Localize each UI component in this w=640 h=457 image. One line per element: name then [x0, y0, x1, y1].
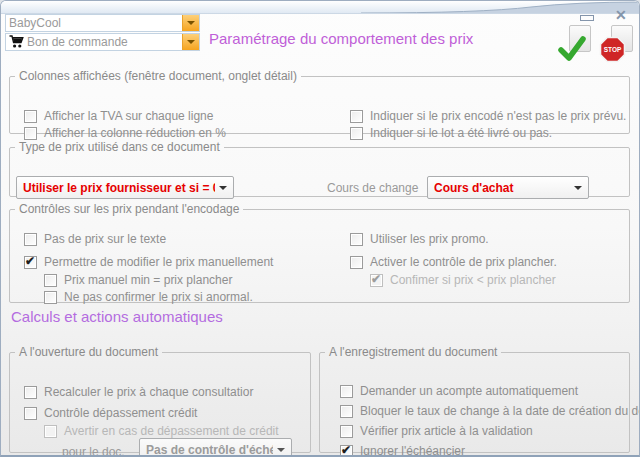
checkbox-controle-depassement-credit[interactable]: ✔ Contrôle dépassement crédit [24, 406, 197, 420]
exchange-rate-label: Cours de change [327, 181, 418, 195]
checkbox-label: Indiquer si le prix encodé n'est pas le … [370, 109, 626, 123]
checkbox-pas-de-prix-texte[interactable]: ✔ Pas de prix sur le texte [24, 232, 166, 246]
checkbox-box: ✔ [370, 274, 383, 287]
doctype-select-value: Bon de commande [27, 35, 128, 49]
checkbox-demander-acompte[interactable]: ✔ Demander un acompte automatiquement [340, 384, 578, 398]
checkbox-prix-promo[interactable]: ✔ Utiliser les prix promo. [350, 232, 489, 246]
columns-group-title: Colonnes affichées (fenêtre document, on… [15, 69, 301, 83]
checkbox-label: Afficher la colonne réduction en % [44, 126, 226, 140]
stop-button[interactable]: STOP [599, 25, 635, 63]
checkbox-box[interactable]: ✔ [350, 127, 363, 140]
checkbox-label: Afficher la TVA sur chaque ligne [44, 109, 213, 123]
checkbox-box[interactable]: ✔ [350, 256, 363, 269]
price-type-select-value: Utiliser le prix fournisseur et si = 0 u… [23, 181, 215, 195]
company-select-value: BabyCool [9, 16, 61, 30]
checkbox-bloquer-taux-change[interactable]: ✔ Bloquer le taux de change à la date de… [340, 404, 640, 418]
opening-group-title: A l'ouverture du document [15, 345, 162, 359]
check-icon [557, 35, 587, 63]
close-icon: ✕ [615, 7, 627, 23]
price-type-select[interactable]: Utiliser le prix fournisseur et si = 0 u… [16, 176, 234, 199]
checkbox-label: Confimer si prix < prix plancher [390, 273, 556, 287]
checkbox-label: Demander un acompte automatiquement [360, 384, 578, 398]
checkbox-modifier-prix-manuellement[interactable]: ✔ Permettre de modifier le prix manuelle… [24, 255, 273, 269]
checkbox-label: Bloquer le taux de change à la date de c… [360, 404, 640, 418]
checkbox-label: Ne pas confirmer le prix si anormal. [64, 290, 253, 304]
checkbox-ne-pas-confirmer-prix[interactable]: ✔ Ne pas confirmer le prix si anormal. [44, 290, 253, 304]
checkbox-verifier-prix-article[interactable]: ✔ Vérifier prix article à la validation [340, 424, 533, 438]
price-type-group-title: Type de prix utilisé dans ce document [15, 140, 224, 154]
checkbox-label: Prix manuel min = prix plancher [64, 273, 232, 287]
checkbox-label: Pas de prix sur le texte [44, 232, 166, 246]
validate-button[interactable] [557, 25, 593, 63]
chevron-down-icon [277, 448, 285, 452]
checkbox-recalculer-prix[interactable]: ✔ Recalculer le prix à chaque consultati… [24, 385, 253, 399]
checkbox-box[interactable]: ✔ [340, 405, 353, 418]
checkbox-avertir-depassement[interactable]: ✔ Avertir en cas de dépassement de crédi… [44, 424, 279, 438]
controls-group: Contrôles sur les prix pendant l'encodag… [9, 202, 630, 303]
checkbox-box[interactable]: ✔ [350, 110, 363, 123]
exchange-rate-select[interactable]: Cours d'achat [427, 176, 589, 199]
checkbox-box[interactable]: ✔ [24, 256, 37, 269]
checkbox-box[interactable]: ✔ [44, 291, 57, 304]
checkbox-box[interactable]: ✔ [24, 110, 37, 123]
stop-icon: STOP [599, 36, 626, 63]
checkbox-lot-livre[interactable]: ✔ Indiquer si le lot a été livré ou pas. [350, 126, 552, 140]
checkbox-label: Utiliser les prix promo. [370, 232, 489, 246]
checkbox-box[interactable]: ✔ [340, 425, 353, 438]
checkbox-box[interactable]: ✔ [24, 233, 37, 246]
checkbox-label: Indiquer si le lot a été livré ou pas. [370, 126, 552, 140]
checkbox-prix-manuel-min[interactable]: ✔ Prix manuel min = prix plancher [44, 273, 232, 287]
chevron-down-icon [574, 186, 582, 190]
doctype-select-button[interactable] [182, 34, 199, 50]
checkbox-label: Ignorer l'échéancier [360, 444, 465, 457]
checkbox-colonne-reduction[interactable]: ✔ Afficher la colonne réduction en % [24, 126, 226, 140]
checkbox-label: Activer le contrôle de prix plancher. [370, 255, 557, 269]
checkbox-box[interactable]: ✔ [24, 407, 37, 420]
window-titlebar[interactable] [1, 1, 639, 14]
check-mark-icon: ✔ [371, 272, 381, 286]
checkbox-box[interactable]: ✔ [350, 233, 363, 246]
check-mark-icon: ✔ [341, 443, 351, 457]
checkbox-box[interactable]: ✔ [340, 445, 353, 457]
opening-group: A l'ouverture du document ✔ Recalculer l… [9, 345, 311, 453]
page-title: Paramétrage du comportement des prix [209, 30, 473, 47]
chevron-down-icon [187, 21, 195, 25]
schedule-control-select-value: Pas de contrôle d'éché [146, 443, 273, 457]
checkbox-box: ✔ [44, 425, 57, 438]
checkbox-afficher-tva[interactable]: ✔ Afficher la TVA sur chaque ligne [24, 109, 213, 123]
saving-group: A l'enregistrement du document ✔ Demande… [319, 345, 630, 453]
checkbox-label: Avertir en cas de dépassement de crédit [64, 424, 279, 438]
checkbox-label: Contrôle dépassement crédit [44, 406, 197, 420]
minimize-button[interactable] [580, 15, 594, 21]
checkbox-label: Permettre de modifier le prix manuelleme… [44, 255, 273, 269]
doctype-select[interactable]: Bon de commande [5, 33, 200, 51]
checkbox-controle-prix-plancher[interactable]: ✔ Activer le contrôle de prix plancher. [350, 255, 557, 269]
controls-group-title: Contrôles sur les prix pendant l'encodag… [15, 202, 243, 216]
schedule-control-select[interactable]: Pas de contrôle d'éché [139, 438, 292, 457]
check-mark-icon: ✔ [25, 254, 35, 268]
chevron-down-icon [187, 40, 195, 44]
checkbox-confirmer-prix-plancher[interactable]: ✔ Confimer si prix < prix plancher [370, 273, 556, 287]
checkbox-box[interactable]: ✔ [24, 127, 37, 140]
saving-group-title: A l'enregistrement du document [325, 345, 501, 359]
cart-icon [9, 35, 24, 49]
checkbox-box[interactable]: ✔ [44, 274, 57, 287]
company-select-button[interactable] [182, 15, 199, 31]
price-type-group: Type de prix utilisé dans ce document Ut… [9, 140, 630, 197]
chevron-down-icon [219, 186, 227, 190]
stop-icon-text: STOP [604, 46, 622, 53]
checkbox-box[interactable]: ✔ [24, 386, 37, 399]
price-settings-window: ✕ BabyCool Bon de commande Paramétrage d… [0, 0, 640, 457]
checkbox-label: Recalculer le prix à chaque consultatior [44, 385, 253, 399]
titlebar-swoosh [1, 1, 640, 13]
exchange-rate-select-value: Cours d'achat [434, 181, 514, 195]
company-select[interactable]: BabyCool [5, 14, 200, 32]
auto-section-title: Calculs et actions automatiques [11, 308, 223, 325]
doc-label: pour le doc. [62, 445, 125, 457]
close-button[interactable]: ✕ [615, 7, 627, 23]
checkbox-ignorer-echeancier[interactable]: ✔ Ignorer l'échéancier [340, 444, 465, 457]
checkbox-label: Vérifier prix article à la validation [360, 424, 533, 438]
checkbox-box[interactable]: ✔ [340, 385, 353, 398]
checkbox-prix-encode[interactable]: ✔ Indiquer si le prix encodé n'est pas l… [350, 109, 626, 123]
columns-group: Colonnes affichées (fenêtre document, on… [9, 69, 630, 134]
